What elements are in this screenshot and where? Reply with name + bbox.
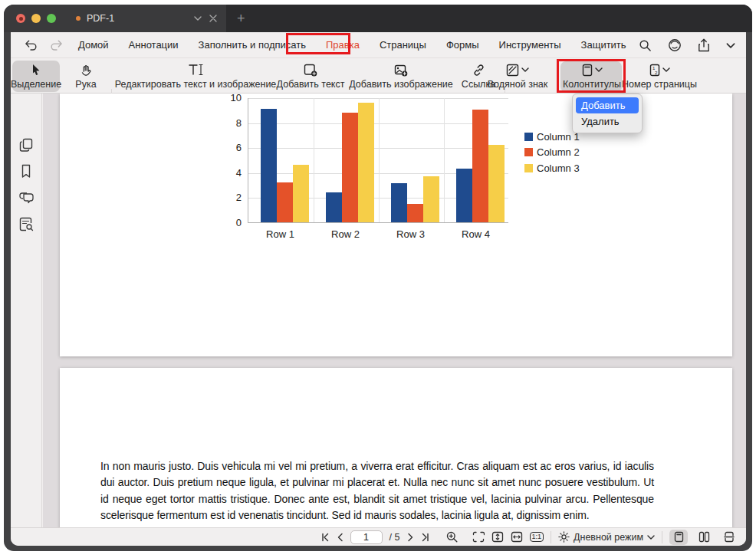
bar (472, 110, 488, 222)
gridline (444, 98, 445, 222)
legend-item: Column 3 (524, 160, 580, 176)
menu-tab-annotations[interactable]: Аннотации (129, 39, 179, 51)
tool-header-footer[interactable]: Колонтитулы (559, 61, 625, 91)
actual-size-button[interactable]: 1:1 (530, 532, 544, 542)
gridline (379, 98, 380, 222)
watermark-chevron-icon (521, 67, 529, 72)
titlebar: PDF-1 + (4, 5, 752, 32)
hand-icon (80, 64, 92, 76)
tab-title: PDF-1 (87, 13, 114, 24)
body-text: In non mauris justo. Duis vehicula mi ve… (100, 458, 654, 524)
last-page-icon[interactable] (421, 533, 430, 542)
bar (293, 165, 309, 222)
app-panel: Домой Аннотации Заполнить и подписать Пр… (11, 32, 746, 546)
header-footer-chevron-icon (595, 67, 603, 72)
view-single-page-button[interactable] (669, 530, 688, 545)
traffic-lights (16, 14, 56, 23)
tool-add-text[interactable]: Добавить текст (268, 61, 353, 91)
bar (456, 169, 472, 222)
bookmarks-icon[interactable] (19, 164, 33, 179)
legend-swatch (524, 164, 533, 172)
zoom-icon[interactable] (446, 531, 458, 543)
legend-swatch (524, 133, 533, 141)
prev-page-icon[interactable] (337, 533, 343, 542)
toolbar: Выделение Рука Редактировать текст и изо… (11, 58, 746, 94)
tool-page-number[interactable]: 12 Номер страницы (616, 61, 702, 91)
annotation-summary-icon[interactable] (19, 217, 34, 231)
menu-tab-forms[interactable]: Формы (446, 39, 479, 51)
tool-watermark[interactable]: Водяной знак (475, 61, 560, 91)
tool-hand[interactable]: Рука (63, 61, 109, 91)
watermark-icon (506, 64, 519, 77)
menu-tab-protect[interactable]: Защитить (581, 39, 626, 51)
y-axis-tick-label: 10 (214, 94, 242, 103)
menu-tab-edit[interactable]: Правка (326, 39, 360, 51)
bar (407, 204, 423, 222)
tab-strip: + (226, 5, 752, 32)
bar (277, 182, 293, 222)
tab-chevron-icon[interactable] (194, 16, 202, 21)
statusbar: / 5 1:1 Дневной режим (11, 527, 746, 546)
fit-page-icon[interactable] (472, 531, 485, 543)
y-axis-tick-label: 0 (214, 217, 242, 228)
share-icon[interactable] (698, 38, 710, 52)
add-text-icon (304, 64, 317, 77)
document-viewport[interactable]: Column 1Column 2Column 3 0246810Row 1Row… (43, 94, 746, 527)
bar (358, 103, 374, 222)
view-two-pages-button[interactable] (695, 530, 713, 545)
legend-label: Column 2 (537, 146, 580, 158)
tab-close-icon[interactable] (209, 15, 217, 22)
tool-edit-text-image[interactable]: Редактировать текст и изображение (115, 61, 276, 91)
first-page-icon[interactable] (320, 533, 330, 542)
tool-selection[interactable]: Выделение (12, 61, 60, 91)
zoom-window-button[interactable] (47, 14, 56, 23)
svg-text:2: 2 (655, 70, 658, 74)
close-window-button[interactable] (16, 14, 25, 23)
dropdown-item-add[interactable]: Добавить (576, 97, 639, 113)
gridline (314, 98, 314, 222)
bar (326, 192, 342, 222)
sidebar (11, 94, 42, 527)
app-window: PDF-1 + Домой Аннотации Заполнить и подп… (4, 5, 752, 551)
fit-width-icon[interactable] (511, 531, 523, 543)
legend-label: Column 1 (537, 131, 580, 143)
menubar: Домой Аннотации Заполнить и подписать Пр… (11, 32, 746, 58)
tool-add-image[interactable]: Добавить изображение (347, 61, 455, 91)
menu-tab-tools[interactable]: Инструменты (499, 39, 561, 51)
day-mode-selector[interactable]: Дневной режим (558, 531, 655, 543)
y-axis-tick-label: 2 (214, 192, 242, 203)
fit-height-icon[interactable] (491, 531, 504, 543)
x-axis-category-label: Row 1 (248, 228, 313, 240)
page-thumbnails-icon[interactable] (19, 138, 34, 153)
legend-swatch (524, 148, 533, 156)
legend-item: Column 2 (524, 145, 580, 161)
minimize-window-button[interactable] (31, 14, 41, 23)
x-axis-category-label: Row 2 (313, 228, 378, 240)
chart-legend: Column 1Column 2Column 3 (524, 129, 580, 176)
new-tab-button[interactable]: + (237, 11, 245, 25)
view-continuous-scroll-button[interactable] (720, 530, 738, 545)
undo-icon[interactable] (25, 39, 38, 51)
collapse-toolbar-chevron-icon[interactable] (726, 43, 735, 48)
page-number-input[interactable] (350, 530, 383, 544)
dropdown-item-remove[interactable]: Удалить (576, 113, 639, 130)
cursor-icon (31, 64, 41, 76)
add-image-icon (394, 64, 408, 77)
comments-icon[interactable] (19, 191, 35, 205)
header-footer-dropdown: Добавить Удалить (572, 94, 643, 133)
next-page-icon[interactable] (407, 533, 414, 542)
menu-tab-home[interactable]: Домой (78, 39, 109, 51)
edit-text-icon (188, 64, 203, 76)
day-mode-label: Дневной режим (574, 532, 643, 543)
document-tab[interactable]: PDF-1 (65, 5, 226, 32)
search-icon[interactable] (639, 39, 652, 52)
page-number-icon: 12 (649, 64, 660, 77)
bar (423, 176, 439, 222)
support-icon[interactable] (668, 38, 682, 52)
menu-tab-fill-sign[interactable]: Заполнить и подписать (199, 39, 306, 51)
y-axis-tick-label: 8 (214, 117, 242, 129)
menu-tab-pages[interactable]: Страницы (380, 39, 426, 51)
redo-icon[interactable] (50, 39, 63, 51)
pdf-page-2: In non mauris justo. Duis vehicula mi ve… (60, 368, 732, 527)
y-axis-tick-label: 6 (214, 142, 242, 153)
